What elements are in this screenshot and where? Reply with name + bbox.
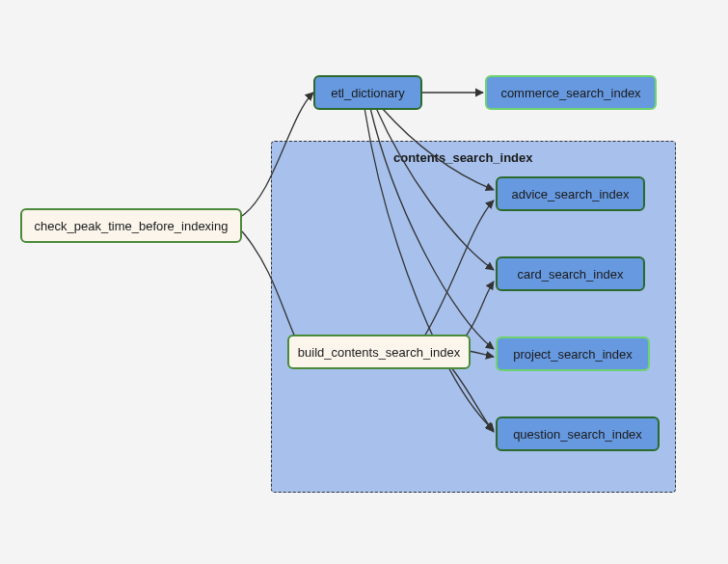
node-check-peak[interactable]: check_peak_time_before_indexing bbox=[20, 208, 242, 243]
node-card-search-index[interactable]: card_search_index bbox=[496, 256, 645, 291]
node-project-search-index[interactable]: project_search_index bbox=[496, 336, 650, 371]
node-build-contents-search-index[interactable]: build_contents_search_index bbox=[287, 335, 471, 369]
dag-canvas: contents_search_index bbox=[0, 0, 728, 564]
node-etl-dictionary[interactable]: etl_dictionary bbox=[313, 75, 422, 110]
node-question-search-index[interactable]: question_search_index bbox=[496, 416, 660, 451]
group-title: contents_search_index bbox=[393, 150, 533, 165]
node-advice-search-index[interactable]: advice_search_index bbox=[496, 176, 645, 211]
node-commerce-search-index[interactable]: commerce_search_index bbox=[485, 75, 657, 110]
